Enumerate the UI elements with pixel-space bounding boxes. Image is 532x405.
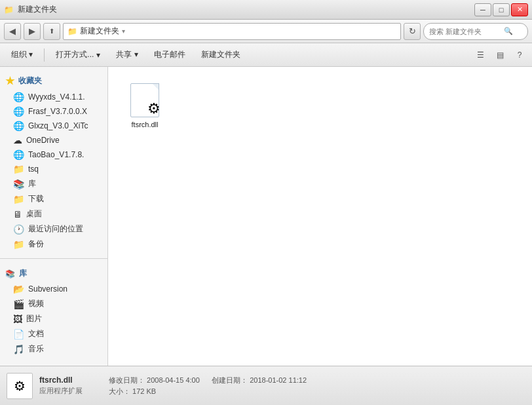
search-icon: 🔍 bbox=[504, 27, 513, 35]
status-bar: ⚙ ftsrch.dll 应用程序扩展 修改日期： 2008-04-15 4:0… bbox=[0, 366, 532, 405]
maximize-button[interactable]: □ bbox=[493, 3, 510, 16]
status-size-value: 172 KB bbox=[132, 387, 156, 395]
frasf-icon: 🌐 bbox=[13, 106, 24, 117]
file-label: ftsrch.dll bbox=[132, 121, 159, 128]
download-icon: 📁 bbox=[13, 194, 24, 204]
gear-icon: ⚙ bbox=[147, 100, 161, 117]
sidebar-item-onedrive[interactable]: ☁ OneDrive bbox=[0, 133, 107, 147]
subversion-icon: 📂 bbox=[13, 284, 24, 294]
ku-label: 库 bbox=[28, 178, 36, 189]
status-size: 大小： 172 KB bbox=[109, 387, 307, 396]
sidebar-item-recent[interactable]: 🕐 最近访问的位置 bbox=[0, 222, 107, 237]
sidebar-item-music[interactable]: 🎵 音乐 bbox=[0, 341, 107, 357]
address-bar: ◀ ▶ ⬆ 📁 新建文件夹 ▾ ↻ 🔍 bbox=[0, 20, 532, 43]
status-size-label: 大小： bbox=[109, 387, 130, 395]
library-label: 库 bbox=[19, 268, 27, 279]
new-folder-button[interactable]: 新建文件夹 bbox=[194, 46, 248, 64]
minimize-button[interactable]: ─ bbox=[474, 3, 491, 16]
glxzq-icon: 🌐 bbox=[13, 121, 24, 131]
library-section: 📚 库 📂 Subversion 🎬 视频 🖼 图片 📄 文档 🎵 音乐 bbox=[0, 263, 107, 359]
video-label: 视频 bbox=[28, 298, 44, 309]
status-filename: ftsrch.dll bbox=[39, 376, 83, 385]
title-bar-folder-icon: 📁 bbox=[4, 5, 14, 14]
share-button[interactable]: 共享 ▾ bbox=[109, 46, 145, 64]
music-icon: 🎵 bbox=[13, 344, 24, 355]
documents-icon: 📄 bbox=[13, 329, 24, 339]
title-bar-controls: ─ □ ✕ bbox=[474, 3, 528, 16]
sidebar-item-glxzq[interactable]: 🌐 Glxzq_V3.0_XiTc bbox=[0, 119, 107, 133]
pictures-label: 图片 bbox=[26, 313, 42, 324]
status-modified-value: 2008-04-15 4:00 bbox=[147, 376, 200, 384]
favorites-label: 收藏夹 bbox=[18, 75, 42, 87]
taobao-icon: 🌐 bbox=[13, 149, 24, 160]
download-label: 下载 bbox=[28, 193, 44, 204]
tsq-folder-icon: 📁 bbox=[13, 164, 24, 174]
sidebar-item-pictures[interactable]: 🖼 图片 bbox=[0, 311, 107, 326]
ku-icon: 📚 bbox=[13, 179, 24, 189]
sidebar-item-tsq[interactable]: 📁 tsq bbox=[0, 162, 107, 176]
sidebar: ★ 收藏夹 🌐 Wyyxds_V4.1.1. 🌐 Frasf_V3.7.0.0.… bbox=[0, 67, 108, 366]
organize-button[interactable]: 组织 ▾ bbox=[4, 46, 40, 64]
content-area[interactable]: ⚙ ftsrch.dll bbox=[108, 67, 532, 366]
status-modified-label: 修改日期： bbox=[109, 376, 145, 384]
title-bar-title: 新建文件夹 bbox=[18, 4, 57, 15]
sidebar-item-download[interactable]: 📁 下载 bbox=[0, 191, 107, 206]
open-with-label: 打开方式... bbox=[56, 49, 94, 60]
sidebar-item-subversion[interactable]: 📂 Subversion bbox=[0, 282, 107, 296]
view-details-button[interactable]: ▤ bbox=[491, 47, 508, 64]
pictures-icon: 🖼 bbox=[13, 314, 22, 324]
backup-icon: 📁 bbox=[13, 239, 24, 250]
toolbar-separator-1 bbox=[44, 48, 45, 62]
glxzq-label: Glxzq_V3.0_XiTc bbox=[28, 121, 88, 130]
sidebar-item-video[interactable]: 🎬 视频 bbox=[0, 296, 107, 311]
sidebar-item-documents[interactable]: 📄 文档 bbox=[0, 326, 107, 341]
status-modified: 修改日期： 2008-04-15 4:00 创建日期： 2018-01-02 1… bbox=[109, 376, 307, 385]
forward-button[interactable]: ▶ bbox=[24, 23, 41, 40]
main-area: ★ 收藏夹 🌐 Wyyxds_V4.1.1. 🌐 Frasf_V3.7.0.0.… bbox=[0, 67, 532, 366]
breadcrumb-arrow: ▾ bbox=[122, 28, 125, 35]
breadcrumb-bar[interactable]: 📁 新建文件夹 ▾ bbox=[63, 23, 401, 40]
music-label: 音乐 bbox=[28, 343, 44, 355]
sidebar-item-wyyxds[interactable]: 🌐 Wyyxds_V4.1.1. bbox=[0, 90, 107, 104]
wyyxds-icon: 🌐 bbox=[13, 92, 24, 102]
up-button[interactable]: ⬆ bbox=[43, 23, 60, 40]
sidebar-item-ku[interactable]: 📚 库 bbox=[0, 176, 107, 191]
status-info: ftsrch.dll 应用程序扩展 bbox=[39, 376, 83, 396]
favorites-star-icon: ★ bbox=[5, 75, 14, 87]
status-created-value: 2018-01-02 11:12 bbox=[250, 376, 307, 384]
file-item-ftsrch[interactable]: ⚙ ftsrch.dll bbox=[119, 77, 171, 134]
frasf-label: Frasf_V3.7.0.0.X bbox=[28, 107, 87, 116]
email-button[interactable]: 电子邮件 bbox=[147, 46, 193, 64]
open-with-arrow: ▾ bbox=[96, 50, 100, 60]
breadcrumb-folder-icon: 📁 bbox=[67, 27, 77, 36]
documents-label: 文档 bbox=[28, 328, 44, 339]
recent-icon: 🕐 bbox=[13, 224, 24, 235]
library-icon: 📚 bbox=[5, 269, 15, 279]
status-created-label: 创建日期： bbox=[212, 376, 248, 384]
sidebar-item-taobao[interactable]: 🌐 TaoBao_V1.7.8. bbox=[0, 147, 107, 162]
recent-label: 最近访问的位置 bbox=[28, 223, 83, 235]
status-type: 应用程序扩展 bbox=[39, 386, 83, 396]
desktop-label: 桌面 bbox=[26, 208, 42, 220]
library-header[interactable]: 📚 库 bbox=[0, 265, 107, 282]
refresh-button[interactable]: ↻ bbox=[404, 23, 421, 40]
sidebar-item-frasf[interactable]: 🌐 Frasf_V3.7.0.0.X bbox=[0, 104, 107, 119]
onedrive-icon: ☁ bbox=[13, 135, 22, 145]
toolbar-right: ☰ ▤ ? bbox=[472, 47, 528, 64]
view-list-button[interactable]: ☰ bbox=[472, 47, 489, 64]
help-button[interactable]: ? bbox=[511, 47, 528, 64]
favorites-section: ★ 收藏夹 🌐 Wyyxds_V4.1.1. 🌐 Frasf_V3.7.0.0.… bbox=[0, 69, 107, 254]
onedrive-label: OneDrive bbox=[26, 136, 60, 145]
subversion-label: Subversion bbox=[28, 284, 67, 294]
sidebar-item-desktop[interactable]: 🖥 桌面 bbox=[0, 206, 107, 222]
search-input[interactable] bbox=[429, 28, 501, 35]
close-button[interactable]: ✕ bbox=[511, 3, 528, 16]
search-bar[interactable]: 🔍 bbox=[423, 23, 528, 40]
back-button[interactable]: ◀ bbox=[4, 23, 21, 40]
wyyxds-label: Wyyxds_V4.1.1. bbox=[28, 92, 85, 102]
taobao-label: TaoBao_V1.7.8. bbox=[28, 150, 84, 159]
open-with-button[interactable]: 打开方式... ▾ bbox=[48, 46, 107, 64]
sidebar-item-backup[interactable]: 📁 备份 bbox=[0, 237, 107, 252]
file-icon-container: ⚙ bbox=[127, 83, 162, 118]
favorites-header[interactable]: ★ 收藏夹 bbox=[0, 72, 107, 90]
